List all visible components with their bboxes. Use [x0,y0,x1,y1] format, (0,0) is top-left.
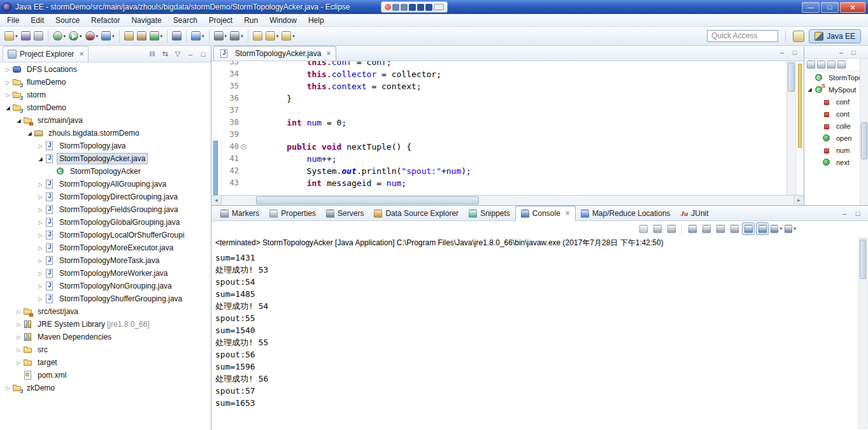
outline-item-cont[interactable]: cont [804,108,868,120]
minimize-view-icon[interactable]: – [836,47,846,57]
close-button[interactable]: × [840,2,865,13]
menu-refactor[interactable]: Refactor [85,14,125,27]
menu-edit[interactable]: Edit [25,14,50,27]
tree-item-stormtopologyallgrouping-java[interactable]: JStormTopologyAllGrouping.java [0,178,211,190]
new-class-button[interactable]: ▾ [148,29,164,43]
collapse-all-icon[interactable]: ⊟ [147,49,157,59]
minimize-view-icon[interactable]: – [185,49,196,59]
expanded-arrow-icon[interactable] [806,87,814,92]
tree-item-storm[interactable]: Jstorm [0,89,211,101]
tree-item-stormtopologynongrouping-java[interactable]: JStormTopologyNonGrouping.java [0,280,211,292]
view-menu-icon[interactable]: ▽ [173,49,183,59]
dropdown-caret-icon[interactable]: ▾ [779,226,782,231]
collapsed-arrow-icon[interactable] [36,296,45,302]
code-line-34[interactable]: 34 this.collector = collector; [220,68,786,80]
terminate-button[interactable] [637,222,650,235]
collapsed-arrow-icon[interactable] [4,385,12,391]
display-selected-console-button[interactable]: ▾ [770,222,783,235]
maximize-view-icon[interactable]: □ [198,49,208,59]
minimize-button[interactable]: — [802,2,820,13]
tree-item-stormtopologymoretask-java[interactable]: JStormTopologyMoreTask.java [0,254,211,267]
code-line-35[interactable]: 35 this.context = context; [220,80,786,92]
menu-source[interactable]: Source [50,14,85,27]
dropdown-caret-icon[interactable]: ▾ [276,34,279,39]
outline-item-conf[interactable]: conf [804,96,868,108]
scrollbar-thumb[interactable] [860,240,866,279]
remove-all-terminated-button[interactable] [665,222,678,235]
quick-access-input[interactable]: Quick Access [707,30,778,42]
forward-button[interactable]: ▾ [280,29,296,43]
collapse-all-icon[interactable] [807,61,815,69]
tree-item-stormtopologymoreworker-java[interactable]: JStormTopologyMoreWorker.java [0,267,211,280]
external-tools-button[interactable]: ▾ [190,29,206,43]
fold-marker-icon[interactable] [239,141,249,153]
minimize-view-icon[interactable]: – [839,208,850,219]
collapsed-arrow-icon[interactable] [4,92,12,98]
editor-tab-close-icon[interactable]: × [326,49,331,58]
code-line-38[interactable]: 38 int num = 0; [220,117,786,129]
maximize-view-icon[interactable]: □ [848,47,858,57]
hide-static-members-icon[interactable] [837,61,846,69]
collapsed-arrow-icon[interactable] [36,143,45,149]
print-button[interactable] [32,29,45,43]
collapsed-arrow-icon[interactable] [36,283,45,289]
dropdown-caret-icon[interactable]: ▾ [292,34,295,39]
code-line-37[interactable]: 37 [220,104,786,117]
link-with-editor-icon[interactable]: ⇆ [160,49,170,59]
project-explorer-close-icon[interactable]: × [79,50,83,59]
menu-project[interactable]: Project [203,14,238,27]
scroll-lock-button[interactable] [700,222,713,235]
tab-properties[interactable]: Properties [264,206,321,220]
tab-console[interactable]: Console× [515,206,576,221]
scroll-right-icon[interactable]: ▸ [793,196,804,205]
hide-fields-icon[interactable] [827,61,836,69]
last-edit-location-button[interactable] [252,29,264,43]
tree-item-flumedemo[interactable]: JflumeDemo [0,76,211,89]
minimize-editor-icon[interactable]: – [777,47,787,57]
open-console-button[interactable]: ▾ [784,222,797,235]
tree-item-src-test-java[interactable]: src/test/java [0,305,211,318]
ime-status-icon[interactable] [385,4,391,10]
previous-annotation-button[interactable]: ▾ [229,29,245,43]
menu-window[interactable]: Window [264,14,302,27]
new-package-button[interactable] [136,29,148,43]
save-button[interactable] [20,29,32,43]
tree-item-stormdemo[interactable]: JstormDemo [0,101,211,114]
collapsed-arrow-icon[interactable] [15,360,23,366]
show-on-stdout-button[interactable] [742,222,755,235]
ime-mode-icon[interactable] [392,4,399,11]
tree-item-stormtopologyfieldsgrouping-java[interactable]: JStormTopologyFieldsGrouping.java [0,203,211,216]
collapsed-arrow-icon[interactable] [36,182,45,187]
dropdown-caret-icon[interactable]: ▾ [225,34,227,39]
scroll-left-icon[interactable]: ◂ [211,196,222,205]
collapsed-arrow-icon[interactable] [4,80,12,85]
tab-servers[interactable]: Servers [321,206,369,220]
dropdown-caret-icon[interactable]: ▾ [160,34,163,39]
code-line-39[interactable]: 39 [220,129,786,141]
tree-item-stormtopologyacker-java[interactable]: JStormTopologyAcker.java [0,152,211,165]
outline-item-myspout[interactable]: CSMySpout [804,83,868,96]
show-on-stderr-button[interactable] [756,222,769,235]
tree-item-zhouls-bigdata-stormdemo[interactable]: zhouls.bigdata.stormDemo [0,127,211,140]
code-line-42[interactable]: 42 System.out.println("spout:"+num); [220,165,786,177]
collapsed-arrow-icon[interactable] [36,271,45,276]
remove-launch-button[interactable] [651,222,664,235]
outline-scrollbar[interactable] [860,59,868,205]
expanded-arrow-icon[interactable] [25,131,34,136]
maximize-view-icon[interactable]: □ [853,208,863,219]
search-button[interactable] [171,29,183,43]
tree-item-jre-system-library[interactable]: JRE System Library [jre1.8.0_66] [0,318,211,331]
menu-run[interactable]: Run [238,14,264,27]
project-explorer-tab[interactable]: Project Explorer × [3,46,89,62]
open-perspective-button[interactable] [793,31,804,42]
console-output[interactable]: sum=1431处理成功! 53spout:54sum=1485处理成功! 54… [211,250,858,430]
collapsed-arrow-icon[interactable] [36,194,45,200]
editor-vertical-scrollbar[interactable] [786,61,795,195]
dropdown-caret-icon[interactable]: ▾ [64,34,66,39]
maximize-button[interactable]: □ [821,2,839,13]
code-line-40[interactable]: 40 public void nextTuple() { [220,141,786,153]
tree-item-stormtopologyacker[interactable]: CStormTopologyAcker [0,165,211,178]
console-scrollbar[interactable] [858,238,867,429]
dropdown-caret-icon[interactable]: ▾ [15,34,18,39]
tree-item-pom-xml[interactable]: mpom.xml [0,369,211,382]
